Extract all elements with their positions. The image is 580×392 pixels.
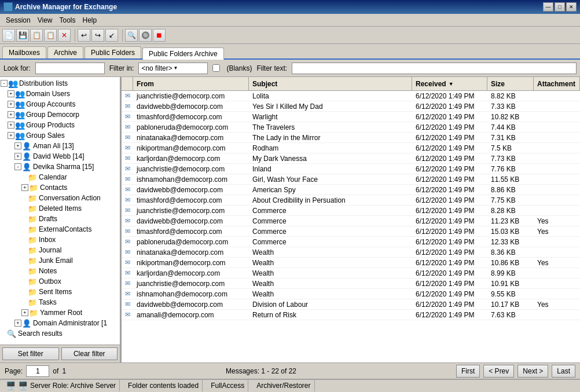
email-row[interactable]: ✉ amanali@democorp.com Return of Risk 6/…: [122, 310, 580, 320]
close-button[interactable]: ✕: [566, 2, 577, 12]
tree-node-group-accounts[interactable]: + 👥 Group Accounts: [0, 99, 120, 109]
group-products-toggle[interactable]: +: [8, 122, 14, 129]
toolbar-copy-btn[interactable]: 📋: [30, 29, 43, 42]
look-for-input[interactable]: [35, 63, 105, 74]
david-webb-toggle[interactable]: +: [14, 153, 21, 160]
clear-filter-button[interactable]: Clear filter: [61, 347, 118, 360]
tab-public-folders[interactable]: Public Folders: [85, 46, 141, 58]
toolbar-redo-btn[interactable]: ↪: [91, 29, 104, 42]
size-col-header[interactable]: Size: [487, 77, 534, 90]
yammer-root-toggle[interactable]: +: [21, 309, 28, 316]
tree-node-outbox[interactable]: 📁 Outbox: [0, 276, 120, 287]
email-row[interactable]: ✉ pabloneruda@democorp.com The Travelers…: [122, 122, 580, 133]
tree-node-conversation-action[interactable]: 📁 Conversation Action: [0, 193, 120, 203]
maximize-button[interactable]: □: [555, 2, 565, 12]
tab-public-folders-archive[interactable]: Public Folders Archive: [142, 47, 224, 60]
attachment-col-header[interactable]: Attachment: [534, 77, 580, 90]
group-democorp-toggle[interactable]: +: [8, 111, 14, 118]
toolbar-new-btn[interactable]: 📄: [2, 29, 15, 42]
set-filter-button[interactable]: Set filter: [2, 347, 59, 360]
menu-session[interactable]: Session: [2, 15, 34, 25]
email-row[interactable]: ✉ timashford@democorp.com About Credibil…: [122, 195, 580, 206]
tree-node-domain-users[interactable]: + 👥 Domain Users: [0, 89, 120, 99]
toolbar-run-btn[interactable]: 🔘: [139, 29, 152, 42]
menu-help[interactable]: Help: [79, 15, 101, 25]
email-row[interactable]: ✉ juanchristie@democorp.com Commerce 6/1…: [122, 206, 580, 216]
tree-node-aman-ali[interactable]: + 👤 Aman Ali [13]: [0, 141, 120, 151]
tree-node-journal[interactable]: 📁 Journal: [0, 245, 120, 255]
deleted-items-label: Deleted Items: [39, 204, 82, 213]
toolbar-paste-btn[interactable]: 📋: [44, 29, 57, 42]
menu-view[interactable]: View: [34, 15, 56, 25]
tree-node-inbox[interactable]: 📁 Inbox: [0, 235, 120, 245]
email-row[interactable]: ✉ pabloneruda@democorp.com Commerce 6/12…: [122, 237, 580, 247]
tree-node-junk-email[interactable]: 📁 Junk Email: [0, 255, 120, 266]
email-row[interactable]: ✉ timashford@democorp.com Commerce 6/12/…: [122, 226, 580, 237]
tree-node-calendar[interactable]: 📁 Calendar: [0, 172, 120, 182]
toolbar-undo-btn[interactable]: ↩: [78, 29, 90, 42]
email-row[interactable]: ✉ ninatanaka@democorp.com Wealth 6/12/20…: [122, 247, 580, 258]
tree-node-group-democorp[interactable]: + 👥 Group Democorp: [0, 109, 120, 120]
email-row[interactable]: ✉ timashford@democorp.com Warlight 6/12/…: [122, 112, 580, 122]
received-col-header[interactable]: Received ▼: [412, 77, 487, 90]
tab-archive[interactable]: Archive: [47, 46, 83, 58]
toolbar-search-btn[interactable]: 🔍: [125, 29, 138, 42]
tree-node-external-contacts[interactable]: 📁 ExternalContacts: [0, 224, 120, 235]
from-col-header[interactable]: From: [133, 77, 249, 90]
email-row[interactable]: ✉ karljordan@democorp.com Wealth 6/12/20…: [122, 268, 580, 279]
tree-node-deleted-items[interactable]: 📁 Deleted Items: [0, 203, 120, 214]
email-row[interactable]: ✉ davidwebb@democorp.com Commerce 6/12/2…: [122, 216, 580, 226]
tree-node-david-webb[interactable]: + 👤 David Webb [14]: [0, 151, 120, 162]
email-row[interactable]: ✉ davidwebb@democorp.com Yes Sir I Kille…: [122, 101, 580, 112]
toolbar-stop-btn[interactable]: ⏹: [153, 29, 166, 42]
minimize-button[interactable]: —: [543, 2, 553, 12]
tree-node-search-results[interactable]: 🔍 Search results: [0, 328, 120, 339]
menu-tools[interactable]: Tools: [56, 15, 79, 25]
group-sales-toggle[interactable]: +: [8, 132, 14, 139]
tree-node-devika-sharma[interactable]: - 👤 Devika Sharma [15]: [0, 162, 120, 172]
email-row[interactable]: ✉ davidwebb@democorp.com American Spy 6/…: [122, 185, 580, 195]
email-row[interactable]: ✉ juanchristie@democorp.com Lolita 6/12/…: [122, 91, 580, 101]
domain-admin-toggle[interactable]: +: [14, 320, 21, 327]
tree-node-dist-lists[interactable]: - 👥 Distribution lists: [0, 78, 120, 89]
toolbar-save-btn[interactable]: 💾: [16, 29, 29, 42]
group-democorp-icon: 👥: [15, 110, 24, 119]
filter-text-input[interactable]: [292, 63, 577, 74]
tree-node-notes[interactable]: 📁 Notes: [0, 266, 120, 276]
email-row[interactable]: ✉ karljordan@democorp.com My Dark Vaness…: [122, 153, 580, 164]
email-row[interactable]: ✉ ishnamohan@democorp.com Wealth 6/12/20…: [122, 289, 580, 299]
contacts-toggle[interactable]: +: [21, 184, 28, 191]
email-row[interactable]: ✉ juanchristie@democorp.com Inland 6/12/…: [122, 164, 580, 174]
blanks-checkbox[interactable]: [212, 64, 220, 72]
email-row[interactable]: ✉ ninatanaka@democorp.com The Lady in th…: [122, 133, 580, 143]
group-accounts-toggle[interactable]: +: [8, 101, 14, 108]
last-page-button[interactable]: Last: [552, 365, 575, 378]
tree-node-sent-items[interactable]: 📁 Sent Items: [0, 287, 120, 297]
toolbar-delete-btn[interactable]: ✕: [58, 29, 71, 42]
domain-users-toggle[interactable]: +: [8, 90, 14, 97]
tree-node-tasks[interactable]: 📁 Tasks: [0, 297, 120, 307]
next-page-button[interactable]: Next >: [517, 365, 548, 378]
first-page-button[interactable]: First: [456, 365, 480, 378]
email-row[interactable]: ✉ juanchristie@democorp.com Wealth 6/12/…: [122, 279, 580, 289]
email-row[interactable]: ✉ ishnamohan@democorp.com Girl, Wash You…: [122, 174, 580, 185]
tree-node-group-sales[interactable]: + 👥 Group Sales: [0, 130, 120, 141]
prev-page-button[interactable]: < Prev: [483, 365, 514, 378]
tree-node-drafts[interactable]: 📁 Drafts: [0, 214, 120, 224]
tree-node-domain-admin[interactable]: + 👤 Domain Administrator [1: [0, 318, 120, 328]
devika-sharma-toggle[interactable]: -: [14, 163, 21, 170]
email-row[interactable]: ✉ nikiportman@democorp.com Wealth 6/12/2…: [122, 258, 580, 268]
tab-mailboxes[interactable]: Mailboxes: [2, 46, 46, 58]
email-row[interactable]: ✉ davidwebb@democorp.com Division of Lab…: [122, 299, 580, 310]
email-row[interactable]: ✉ nikiportman@democorp.com Rodham 6/12/2…: [122, 143, 580, 153]
filter-in-select[interactable]: <no filter> ▼: [138, 63, 208, 74]
tree-node-yammer-root[interactable]: + 📁 Yammer Root: [0, 307, 120, 318]
toolbar-back-btn[interactable]: ↙: [105, 29, 118, 42]
dist-lists-toggle[interactable]: -: [1, 80, 8, 87]
page-label: Page:: [5, 367, 23, 375]
tree-node-group-products[interactable]: + 👥 Group Products: [0, 120, 120, 130]
subject-col-header[interactable]: Subject: [249, 77, 412, 90]
page-input[interactable]: [26, 365, 49, 377]
aman-ali-toggle[interactable]: +: [14, 142, 21, 149]
tree-node-contacts[interactable]: + 📁 Contacts: [0, 182, 120, 193]
